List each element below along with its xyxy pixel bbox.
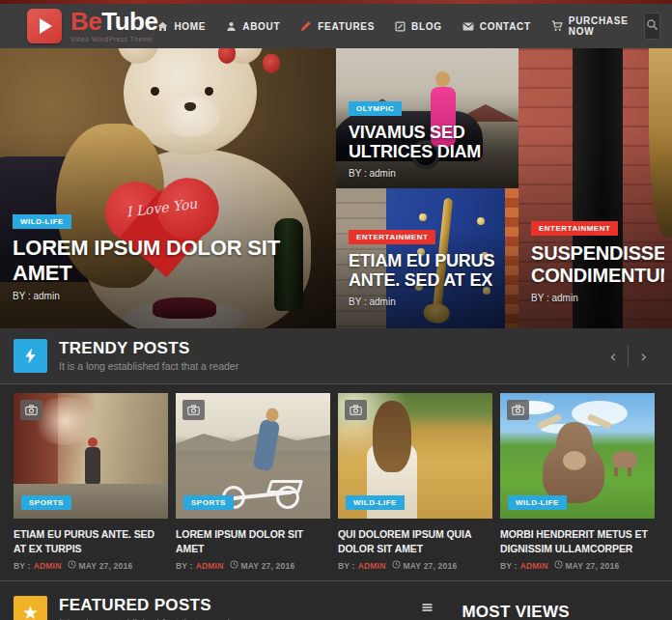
header: BeTube Video WordPress Theme HOME ABOUT … — [0, 4, 672, 48]
post-byline: BY : admin — [349, 168, 511, 179]
post-card-1[interactable]: SPORTS ETIAM EU PURUS ANTE. SED AT EX TU… — [14, 393, 168, 571]
cart-icon — [551, 20, 563, 32]
clock-icon — [230, 560, 238, 571]
card-meta: BY : ADMIN MAY 27, 2016 — [176, 560, 330, 571]
nav-label: FEATURES — [318, 21, 375, 32]
camera-icon — [345, 400, 367, 420]
logo-tagline: Video WordPress Theme — [70, 37, 157, 43]
bolt-icon — [14, 339, 47, 373]
card-meta: BY : ADMIN MAY 27, 2016 — [500, 560, 655, 571]
category-badge[interactable]: OLYMPIC — [349, 101, 402, 116]
post-title[interactable]: VIVAMUS SED ULTRICES DIAM — [349, 123, 511, 162]
card-image-wheat-field[interactable]: WILD-LIFE — [338, 393, 492, 519]
art — [124, 48, 257, 155]
search-icon — [646, 17, 658, 35]
hero-post-2[interactable]: OLYMPIC VIVAMUS SED ULTRICES DIAM BY : a… — [336, 48, 518, 188]
camera-icon — [182, 400, 205, 420]
clock-icon — [554, 560, 563, 571]
category-badge[interactable]: ENTERTAINMENT — [349, 230, 435, 244]
nav-blog[interactable]: BLOG — [395, 21, 442, 32]
list-icon — [422, 598, 433, 615]
nav-contact[interactable]: CONTACT — [462, 21, 531, 32]
category-badge[interactable]: SPORTS — [183, 495, 234, 510]
logo-brand-red: Be — [70, 7, 101, 36]
hero-post-1[interactable]: I Love You WILD-LIFE LOREM IPSUM DOLOR S… — [0, 48, 336, 328]
art — [205, 87, 213, 96]
category-badge[interactable]: SPORTS — [21, 495, 71, 510]
user-icon — [226, 21, 237, 32]
camera-icon — [20, 400, 42, 420]
card-image-cow-meadow[interactable]: WILD-LIFE — [500, 393, 655, 519]
play-icon — [27, 9, 62, 43]
post-byline: BY : admin — [13, 291, 328, 301]
art — [649, 48, 672, 238]
pencil-icon — [300, 20, 312, 32]
edit-icon — [395, 21, 406, 32]
featured-posts-bar: ★ FEATURED POSTS It is a long establishe… — [0, 581, 672, 620]
trendy-posts-bar: TRENDY POSTS It is a long established fa… — [0, 328, 672, 384]
section-title: TRENDY POSTS — [59, 340, 238, 358]
card-date: MAY 27, 2016 — [241, 561, 295, 571]
card-meta: BY : ADMIN MAY 27, 2016 — [14, 560, 168, 571]
art — [124, 301, 247, 328]
star-icon: ★ — [14, 596, 47, 620]
post-title[interactable]: LOREM IPSUM DOLOR SIT AMET — [13, 236, 328, 285]
camera-icon — [507, 400, 529, 420]
nav-home[interactable]: HOME — [157, 21, 206, 32]
card-date: MAY 27, 2016 — [566, 561, 620, 571]
category-badge[interactable]: WILD-LIFE — [346, 495, 405, 510]
home-icon — [157, 21, 168, 32]
carousel-nav: ‹ › — [598, 345, 658, 368]
post-card-4[interactable]: WILD-LIFE MORBI HENDRERIT METUS ET DIGNI… — [500, 393, 655, 571]
nav-label: PURCHASE NOW — [569, 15, 629, 37]
trendy-cards: SPORTS ETIAM EU PURUS ANTE. SED AT EX TU… — [0, 384, 672, 580]
post-title[interactable]: SUSPENDISSE FECONDIMENTUM — [531, 242, 664, 287]
hero-post-4[interactable]: ENTERTAINMENT SUSPENDISSE FECONDIMENTUM … — [518, 48, 672, 328]
card-title[interactable]: MORBI HENDRERIT METUS ET DIGNISSIM ULLAM… — [500, 527, 655, 556]
logo-brand-white: Tube — [101, 7, 157, 36]
envelope-icon — [462, 21, 474, 32]
clock-icon — [392, 560, 401, 571]
author-link[interactable]: ADMIN — [196, 561, 224, 571]
art — [218, 48, 236, 64]
section-subtitle: It is a long established fact that a rea… — [59, 360, 238, 372]
hero-post-3[interactable]: ENTERTAINMENT ETIAM EU PURUS ANTE. SED A… — [336, 188, 518, 328]
card-title[interactable]: LOREM IPSUM DOLOR SIT AMET — [176, 527, 330, 556]
card-date: MAY 27, 2016 — [79, 561, 133, 571]
logo[interactable]: BeTube Video WordPress Theme — [27, 9, 157, 43]
art — [160, 95, 220, 137]
card-meta: BY : ADMIN MAY 27, 2016 — [338, 560, 492, 571]
nav-about[interactable]: ABOUT — [226, 21, 280, 32]
post-title[interactable]: ETIAM EU PURUS ANTE. SED AT EX — [349, 251, 511, 291]
most-views-title: MOST VIEWS — [462, 603, 570, 620]
nav-label: CONTACT — [480, 21, 531, 32]
author-link[interactable]: ADMIN — [520, 561, 548, 571]
category-badge[interactable]: WILD-LIFE — [508, 495, 567, 510]
author-link[interactable]: ADMIN — [358, 561, 386, 571]
category-badge[interactable]: WILD-LIFE — [13, 214, 71, 229]
post-card-2[interactable]: SPORTS LOREM IPSUM DOLOR SIT AMET BY : A… — [176, 393, 330, 571]
nav-label: ABOUT — [242, 21, 280, 32]
prev-arrow[interactable]: ‹ — [598, 345, 628, 368]
card-title[interactable]: ETIAM EU PURUS ANTE. SED AT EX TURPIS — [14, 527, 168, 556]
post-byline: BY : admin — [531, 293, 664, 303]
post-card-3[interactable]: WILD-LIFE QUI DOLOREM IPSUM QUIA DOLOR S… — [338, 393, 492, 571]
art — [263, 54, 280, 73]
search-button[interactable] — [644, 13, 660, 40]
category-badge[interactable]: ENTERTAINMENT — [531, 221, 618, 236]
nav-purchase[interactable]: PURCHASE NOW — [551, 15, 629, 37]
hero-middle-column: OLYMPIC VIVAMUS SED ULTRICES DIAM BY : a… — [336, 48, 518, 328]
card-image-cargo-bike[interactable]: SPORTS — [176, 393, 330, 519]
card-date: MAY 27, 2016 — [404, 561, 458, 571]
nav-features[interactable]: FEATURES — [300, 20, 375, 32]
author-link[interactable]: ADMIN — [34, 561, 62, 571]
nav-label: BLOG — [411, 21, 442, 32]
next-arrow[interactable]: › — [629, 345, 658, 368]
hero-grid: I Love You WILD-LIFE LOREM IPSUM DOLOR S… — [0, 48, 672, 328]
post-byline: BY : admin — [349, 296, 511, 307]
section-title: FEATURED POSTS — [59, 597, 238, 615]
filter-all-button[interactable]: ALL — [418, 598, 436, 620]
card-title[interactable]: QUI DOLOREM IPSUM QUIA DOLOR SIT AMET — [338, 527, 492, 556]
card-image-motorcycle-street[interactable]: SPORTS — [14, 393, 168, 519]
page: BeTube Video WordPress Theme HOME ABOUT … — [0, 0, 672, 620]
